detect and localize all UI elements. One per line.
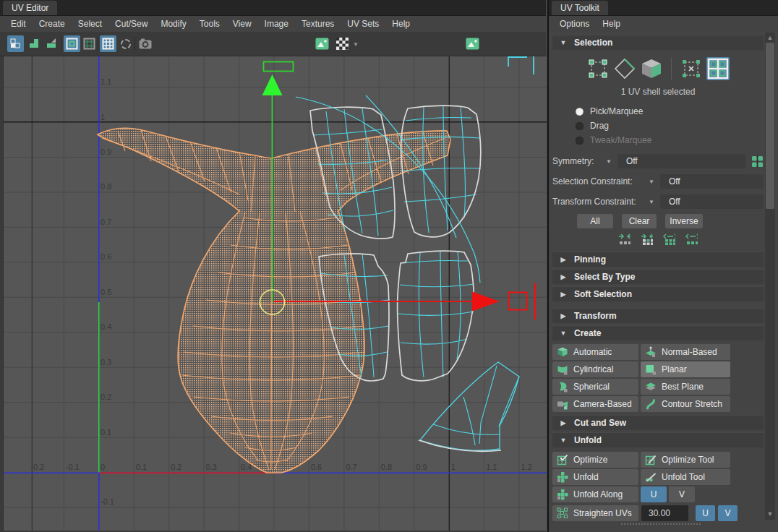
menu-item-create[interactable]: Create — [33, 16, 72, 32]
scroll-up-icon[interactable]: ▲ — [766, 33, 774, 42]
section-header-selection[interactable]: ▼ Selection — [552, 35, 764, 50]
best-plane-icon — [644, 381, 657, 393]
texture-grid-icon[interactable] — [100, 35, 116, 52]
section-header-soft-selection[interactable]: ▶Soft Selection — [552, 286, 764, 301]
menu-item-textures[interactable]: Textures — [295, 16, 341, 32]
scroll-down-icon[interactable]: ▼ — [766, 510, 774, 518]
menu-item-uv-sets[interactable]: UV Sets — [341, 16, 385, 32]
menu-item-edit[interactable]: Edit — [4, 16, 33, 32]
menu-item-view[interactable]: View — [226, 16, 258, 32]
border-display-icon[interactable] — [64, 35, 80, 52]
image-filter-icon[interactable] — [464, 35, 481, 52]
menu-item-options[interactable]: Options — [553, 16, 596, 32]
uv-selection-icon[interactable] — [680, 57, 703, 80]
symmetry-value[interactable]: Off — [617, 154, 745, 168]
straighten-uvs-button[interactable]: Straighten UVs — [552, 505, 638, 521]
radio-drag[interactable]: Drag — [552, 119, 778, 132]
section-header-create[interactable]: ▼Create — [552, 325, 764, 340]
v-axis-label: 0.3 — [101, 358, 111, 366]
selection-constraint-value[interactable]: Off — [660, 174, 764, 189]
unfold-along-u-button[interactable]: U — [641, 486, 667, 502]
chevron-down-icon[interactable]: ▼ — [606, 158, 612, 165]
selection-constraint-row: Selection Constraint: ▼ Off — [552, 173, 764, 189]
uv-shell-selection-icon[interactable] — [706, 57, 730, 80]
tile-layout-icon[interactable] — [7, 35, 24, 52]
menu-item-cut-sew[interactable]: Cut/Sew — [108, 16, 154, 32]
chevron-right-icon: ▶ — [552, 291, 574, 298]
chevron-down-icon: ▼ — [552, 330, 574, 337]
optimize-button[interactable]: Optimize — [552, 452, 638, 468]
radio-pick-marquee[interactable]: Pick/Marquee — [552, 105, 778, 118]
best-plane-button[interactable]: Best Plane — [641, 379, 730, 395]
camera-based-button[interactable]: Camera-Based — [552, 396, 638, 412]
automatic-icon — [556, 346, 568, 359]
grow-selection-icon[interactable] — [663, 233, 675, 245]
radio-icon[interactable] — [576, 108, 584, 116]
section-header-select-by-type[interactable]: ▶Select By Type — [552, 269, 764, 284]
straighten-angle-field[interactable]: 30.00 — [641, 505, 688, 521]
section-header-pinning[interactable]: ▶Pinning — [552, 252, 764, 267]
straighten-u-button[interactable]: U — [696, 505, 715, 521]
inverse-button[interactable]: Inverse — [665, 214, 703, 228]
u-axis-label: 0.6 — [311, 463, 322, 471]
menu-item-image[interactable]: Image — [258, 16, 295, 32]
face-selection-icon[interactable] — [640, 57, 663, 80]
edge-selection-icon[interactable] — [613, 57, 636, 80]
shrink-selection-icon[interactable] — [618, 233, 630, 245]
all-button[interactable]: All — [577, 214, 613, 228]
normal-based-icon — [644, 346, 657, 359]
transform-constraint-value[interactable]: Off — [660, 194, 764, 209]
selection-type-icons — [552, 57, 764, 80]
unfold-button[interactable]: Unfold — [552, 469, 638, 485]
planar-button[interactable]: Planar — [641, 361, 730, 377]
grow-along-loop-icon[interactable] — [685, 233, 698, 245]
symmetry-label: Symmetry: — [552, 156, 600, 166]
menu-item-select[interactable]: Select — [72, 16, 108, 32]
chevron-down-icon[interactable]: ▼ — [649, 179, 654, 185]
flip-layout-icon[interactable] — [43, 35, 60, 52]
unfold-along-v-button[interactable]: V — [669, 486, 695, 502]
chevron-down-icon[interactable]: ▼ — [649, 199, 654, 205]
optimize-tool-button[interactable]: Optimize Tool — [641, 452, 730, 468]
toolkit-scrollbar[interactable]: ▲ ▼ — [765, 33, 775, 520]
uv-editor-tab[interactable]: UV Editor — [3, 1, 57, 15]
panel-drag-handle[interactable] — [621, 523, 701, 525]
v-axis-label: 1.1 — [101, 77, 111, 86]
shrink-to-border-icon[interactable] — [641, 233, 653, 245]
contour-stretch-icon — [644, 398, 657, 411]
vertex-selection-icon[interactable] — [586, 57, 610, 80]
menu-item-help[interactable]: Help — [385, 16, 416, 32]
menu-item-help[interactable]: Help — [596, 16, 627, 32]
menu-item-tools[interactable]: Tools — [193, 16, 226, 32]
unfold-tool-icon — [644, 471, 657, 484]
symmetry-row: Symmetry: ▼ Off — [552, 153, 764, 169]
unfold-along-button[interactable]: Unfold Along — [552, 486, 638, 502]
menu-item-modify[interactable]: Modify — [154, 16, 192, 32]
contour-stretch-button[interactable]: Contour Stretch — [641, 396, 730, 412]
unfold-along-row: Unfold Along U V — [552, 486, 764, 502]
straighten-v-button[interactable]: V — [718, 505, 738, 521]
automatic-button[interactable]: Automatic — [552, 344, 638, 360]
radio-icon[interactable] — [576, 122, 584, 130]
uv-toolkit-tab[interactable]: UV Toolkit — [552, 1, 608, 15]
image-display-icon[interactable] — [314, 35, 330, 52]
grid-border-display-icon[interactable] — [81, 35, 98, 52]
unfold-tool-button[interactable]: Unfold Tool — [641, 469, 730, 485]
section-header-cut-and-sew[interactable]: ▶Cut and Sew — [552, 415, 764, 430]
symmetry-icon[interactable] — [751, 155, 764, 168]
cylindrical-button[interactable]: Cylindrical — [552, 361, 638, 377]
shade-uvs-icon[interactable] — [117, 35, 134, 52]
clear-button[interactable]: Clear — [622, 214, 657, 228]
checker-dropdown-icon[interactable]: ▼ — [353, 41, 359, 48]
stack-shells-icon[interactable] — [26, 35, 43, 52]
uv-canvas[interactable]: -0.2-0.10.10.20.30.40.60.70.80.911.11.21… — [3, 56, 547, 531]
normal-based-button[interactable]: Normal-Based — [641, 344, 730, 360]
scrollbar-thumb[interactable] — [766, 43, 774, 209]
section-header-unfold[interactable]: ▼Unfold — [552, 432, 764, 447]
uv-snapshot-icon[interactable] — [137, 35, 153, 52]
checker-map-icon[interactable] — [334, 35, 351, 52]
v-axis-label: 0.6 — [101, 252, 111, 261]
section-header-transform[interactable]: ▶Transform — [552, 308, 764, 323]
selection-constraint-label: Selection Constraint: — [552, 176, 643, 186]
spherical-button[interactable]: Spherical — [552, 379, 638, 395]
